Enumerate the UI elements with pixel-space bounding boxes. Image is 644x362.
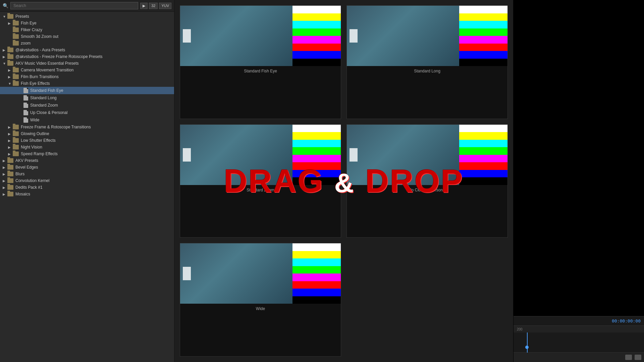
tree-item-blurs[interactable]: ▶Blurs [0,171,174,177]
tree-item-freeze-rotoscope[interactable]: ▶Freeze Frame & Rotoscope Transitions [0,124,174,130]
color-bar [459,21,507,28]
tree-item-standard-fish-eye[interactable]: Standard Fish Eye [0,87,174,94]
tree-item-label: Standard Fish Eye [30,88,63,93]
framerate-button[interactable]: 32 [149,3,158,9]
folder-icon [13,21,19,25]
thumb-white-box [350,148,358,162]
preset-card-wide[interactable]: Wide [180,243,341,357]
preset-label: Standard Zoom [244,185,277,195]
tree-item-camera-movement[interactable]: ▶Camera Movement Transition [0,67,174,73]
preset-card-standard-zoom[interactable]: Standard Zoom [180,124,341,238]
tree-item-night-vision[interactable]: ▶Night Vision [0,144,174,150]
thumb-white-box [183,29,191,43]
play-button[interactable]: ▶ [140,3,148,9]
main-content: Standard Fish EyeStandard LongStandard Z… [174,0,513,362]
tree-item-akv-presets[interactable]: ▶AKV Presets [0,157,174,164]
thumb-inner [347,6,459,66]
tree-item-label: Speed Ramp Effects [21,152,58,156]
tree-item-bevel-edges[interactable]: ▶Bevel Edges [0,164,174,171]
arrow-icon: ▶ [8,139,13,142]
arrow-icon: ▶ [3,55,7,59]
thumb-inner [180,6,292,66]
tree-item-label: Convolution Kernel [15,178,49,183]
folder-icon [7,192,13,196]
tree-item-fish-eye[interactable]: ▶Fish Eye [0,20,174,26]
arrow-icon: ▶ [3,166,7,169]
delete-icon[interactable] [635,355,641,360]
tree-item-label: Fish Eye [21,21,37,25]
preset-card-standard-long[interactable]: Standard Long [346,5,508,119]
folder-icon [13,68,19,72]
tree-item-akv-music[interactable]: ▼AKV Music Video Essential Presets [0,60,174,67]
import-icon[interactable] [625,355,632,360]
timeline-area: 200 [514,325,644,352]
preset-label: Wide [253,304,268,314]
tree-item-label: Camera Movement Transition [21,68,73,72]
file-icon [23,88,28,93]
tree-item-zoom[interactable]: zoom [0,40,174,47]
preset-card-up-close-personal[interactable]: Up Close & Personal [346,124,508,238]
color-bar [459,44,507,51]
tree-item-convolution-kernel[interactable]: ▶Convolution Kernel [0,177,174,184]
color-bars [292,125,341,185]
tree-item-fish-eye-effects[interactable]: ▼Fish Eye Effects [0,80,174,87]
preset-label: Standard Long [411,66,443,76]
tree-item-label: Glowing Outline [21,131,49,136]
folder-icon [7,14,13,19]
yuv-button[interactable]: YUV [159,3,171,9]
tree-item-smooth-3d-zoom[interactable]: Smooth 3d Zoom out [0,33,174,40]
tree-item-akv-aura[interactable]: ▶@akvstudios - Aura Presets [0,47,174,53]
tree-item-up-close[interactable]: Up Close & Personal [0,109,174,116]
timecode-bar: 00:00:00:00 [514,316,644,325]
color-bar [292,162,341,170]
folder-icon [7,48,13,52]
toolbar-buttons: ▶ 32 YUV [140,3,171,9]
folder-icon [7,54,13,59]
tree-item-standard-zoom[interactable]: Standard Zoom [0,102,174,109]
preview-area [514,0,644,316]
color-bar [459,132,507,140]
timeline-dot[interactable] [525,346,529,349]
color-bar [292,170,341,178]
preset-label: Up Close & Personal [406,185,448,195]
tree-item-presets-root[interactable]: ▼Presets [0,13,174,20]
tree-item-label: @akvstudios - Freeze Frame Rotoscope Pre… [15,54,103,59]
color-bar [459,36,507,44]
tree-item-akv-freeze[interactable]: ▶@akvstudios - Freeze Frame Rotoscope Pr… [0,53,174,60]
tree-item-mosaics[interactable]: ▶Mosaics [0,191,174,197]
search-input[interactable] [10,2,138,9]
color-bar [292,51,341,59]
color-bar [292,258,341,266]
color-bar [459,28,507,36]
thumb-inner [180,125,292,185]
color-bar [459,140,507,147]
color-bar [292,132,341,140]
preset-thumbnail [347,6,507,66]
tree-item-label: Fish Eye Effects [21,81,50,86]
color-bar [292,147,341,155]
right-panel: 00:00:00:00 200 [513,0,644,362]
tree-item-standard-long[interactable]: Standard Long [0,94,174,102]
timeline-ruler: 200 [514,326,644,333]
tree-item-film-burn[interactable]: ▶Film Burn Transitions [0,73,174,80]
tree-item-label: Standard Long [30,96,57,100]
file-icon [23,95,28,101]
color-bar [292,266,341,274]
tree-item-wide[interactable]: Wide [0,116,174,124]
presets-grid: Standard Fish EyeStandard LongStandard Z… [174,0,513,362]
tree-item-glowing-outline[interactable]: ▶Glowing Outline [0,130,174,137]
tree-item-speed-ramp[interactable]: ▶Speed Ramp Effects [0,150,174,157]
color-bar [459,147,507,155]
color-bar [459,177,507,185]
folder-icon [13,152,19,156]
color-bar [292,155,341,163]
preset-thumbnail [347,125,507,185]
color-bar [292,59,341,66]
tree-item-low-shutter[interactable]: ▶Low Shutter Effects [0,137,174,144]
preset-card-standard-fish-eye[interactable]: Standard Fish Eye [180,5,341,119]
folder-icon [7,185,13,190]
timeline-playhead[interactable] [527,333,528,353]
tree-item-dedits-pack[interactable]: ▶Dedits Pack #1 [0,184,174,191]
tree-item-fliker-crazy[interactable]: Fliker Crazy [0,26,174,33]
folder-icon [13,125,19,129]
